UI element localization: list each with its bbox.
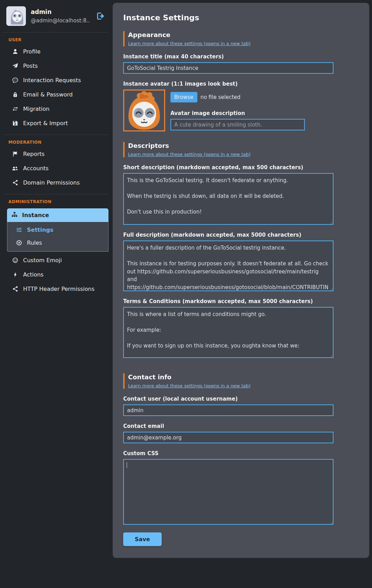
section-contact: Contact info Learn more about these sett… (123, 373, 334, 389)
sidebar-section-moderation: MODERATION Reports Accounts Domain Permi… (3, 135, 108, 190)
instance-settings-form: Appearance Learn more about these settin… (123, 31, 334, 546)
sidebar-item-accounts[interactable]: Accounts (3, 161, 108, 175)
sidebar-item-posts[interactable]: Posts (3, 59, 108, 73)
sidebar-item-label: HTTP Header Permissions (23, 286, 94, 292)
custom-css-label: Custom CSS (123, 450, 334, 457)
sidebar-item-custom-emoji[interactable]: Custom Emoji (3, 253, 108, 267)
instance-group: Instance Settings Rules (7, 208, 108, 252)
instance-avatar-label: Instance avatar (1:1 images look best) (123, 81, 334, 87)
custom-css-textarea[interactable] (123, 459, 334, 525)
share-nodes-icon (12, 286, 19, 292)
exchange-arrows-icon (12, 106, 19, 112)
user-icon (12, 49, 19, 55)
sitemap-icon (12, 211, 17, 219)
main-panel: Instance Settings Appearance Learn more … (113, 3, 369, 558)
sidebar-item-instance[interactable]: Instance (7, 208, 108, 222)
section-title-contact: Contact info (128, 373, 334, 381)
flag-icon (12, 151, 19, 157)
sidebar-item-label: Accounts (23, 165, 49, 172)
sloth-avatar-gray-icon (6, 6, 26, 26)
sidebar-section-administration: ADMINISTRATION Instance Settings (3, 194, 108, 296)
instance-title-input[interactable] (123, 62, 334, 74)
sidebar-item-label: Migration (23, 106, 49, 112)
bolt-icon (12, 272, 19, 277)
section-title-appearance: Appearance (128, 31, 334, 38)
contact-email-label: Contact email (123, 423, 334, 429)
sidebar-item-actions[interactable]: Actions (3, 267, 108, 282)
avatar-description-input[interactable] (170, 119, 305, 130)
users-icon (12, 165, 19, 172)
terms-textarea[interactable] (123, 307, 334, 358)
app-layout: admin @admin@localhost:8... USER Profile (0, 0, 372, 588)
contact-user-label: Contact user (local account username) (123, 396, 334, 402)
sidebar-item-label: Export & Import (23, 120, 68, 127)
learn-more-link-contact[interactable]: Learn more about these settings (opens i… (128, 383, 251, 388)
section-label-administration: ADMINISTRATION (3, 194, 108, 206)
file-status-text: no file selected (201, 94, 240, 100)
share-nodes-icon (12, 180, 19, 186)
user-handle: @admin@localhost:8... (31, 17, 90, 24)
contact-email-input[interactable] (123, 432, 334, 443)
sidebar-item-migration[interactable]: Migration (3, 102, 108, 116)
instance-title-label: Instance title (max 40 characters) (123, 53, 334, 60)
instance-avatar-row: Browse no file selected Avatar image des… (123, 89, 334, 131)
sidebar-item-reports[interactable]: Reports (3, 147, 108, 161)
sidebar-item-label: Actions (23, 271, 43, 278)
learn-more-link-descriptors[interactable]: Learn more about these settings (opens i… (128, 152, 251, 157)
comment-dots-icon (12, 77, 19, 83)
sidebar-item-http-header-permissions[interactable]: HTTP Header Permissions (3, 282, 108, 296)
user-avatar (6, 6, 26, 26)
instance-submenu: Settings Rules (7, 222, 108, 252)
sidebar-item-instance-rules[interactable]: Rules (7, 236, 108, 249)
sidebar-item-profile[interactable]: Profile (3, 44, 108, 59)
smiley-icon (12, 257, 19, 263)
sidebar-item-export-import[interactable]: Export & Import (3, 116, 108, 130)
sidebar-item-label: Email & Password (23, 91, 73, 98)
avatar-upload-column: Browse no file selected Avatar image des… (170, 89, 334, 130)
section-title-descriptors: Descriptors (128, 142, 334, 149)
sidebar-item-label: Domain Permissions (23, 179, 80, 186)
browse-button[interactable]: Browse (170, 92, 197, 102)
sidebar: admin @admin@localhost:8... USER Profile (3, 3, 108, 296)
sidebar-section-user: USER Profile Posts Interaction Requests (3, 33, 108, 130)
sliders-icon (15, 227, 22, 233)
floppy-disk-icon (12, 120, 19, 126)
user-card[interactable]: admin @admin@localhost:8... (3, 3, 108, 33)
section-label-moderation: MODERATION (3, 135, 108, 147)
sloth-avatar-orange-icon (123, 89, 165, 131)
sidebar-item-label: Instance (22, 212, 49, 218)
sidebar-item-label: Reports (23, 151, 44, 157)
section-label-user: USER (3, 33, 108, 44)
terms-label: Terms & Conditions (markdown accepted, m… (123, 298, 334, 304)
page-title: Instance Settings (123, 13, 359, 22)
sidebar-item-label: Posts (23, 63, 38, 69)
contact-user-input[interactable] (123, 404, 334, 416)
sidebar-item-email-password[interactable]: Email & Password (3, 87, 108, 102)
learn-more-link-appearance[interactable]: Learn more about these settings (opens i… (128, 41, 251, 46)
sign-out-icon[interactable] (96, 12, 105, 21)
sidebar-item-label: Interaction Requests (23, 77, 81, 84)
section-descriptors: Descriptors Learn more about these setti… (123, 142, 334, 157)
full-description-textarea[interactable] (123, 241, 334, 291)
sidebar-item-label: Rules (27, 239, 42, 246)
sidebar-item-label: Settings (27, 227, 54, 233)
circle-dot-icon (15, 240, 22, 246)
sidebar-item-label: Custom Emoji (23, 257, 62, 264)
sidebar-item-domain-permissions[interactable]: Domain Permissions (3, 175, 108, 190)
password-lock-icon (12, 92, 19, 98)
file-input-row: Browse no file selected (170, 92, 334, 102)
sidebar-item-label: Profile (23, 48, 41, 55)
text-caret (127, 462, 127, 468)
sidebar-item-interaction-requests[interactable]: Interaction Requests (3, 73, 108, 87)
avatar-description-label: Avatar image description (170, 110, 334, 116)
sidebar-item-instance-settings[interactable]: Settings (7, 223, 108, 236)
section-appearance: Appearance Learn more about these settin… (123, 31, 334, 46)
short-description-label: Short description (markdown accepted, ma… (123, 164, 334, 171)
custom-css-wrap (123, 459, 334, 525)
user-display-name: admin (31, 8, 90, 15)
short-description-textarea[interactable] (123, 173, 334, 225)
paper-plane-icon (12, 63, 19, 69)
full-description-label: Full description (markdown accepted, max… (123, 232, 334, 238)
save-button[interactable]: Save (123, 532, 162, 546)
user-meta: admin @admin@localhost:8... (31, 8, 90, 24)
